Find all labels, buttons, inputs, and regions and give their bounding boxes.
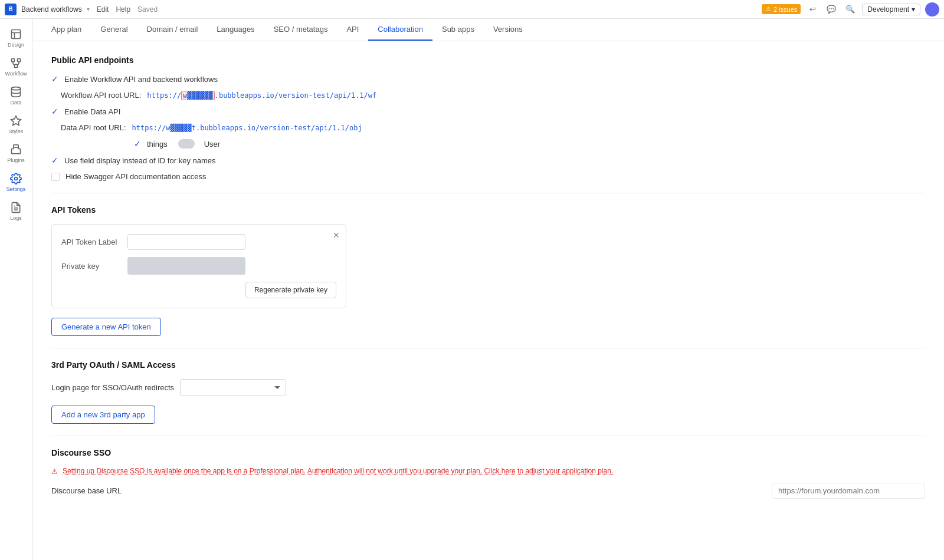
workflow-api-url-row: Workflow API root URL: https://w▓▓▓▓▓▓.b… xyxy=(61,91,925,100)
data-api-url: https://w▓▓▓▓▓t.bubbleapps.io/version-te… xyxy=(132,124,362,132)
enable-workflow-api-row: ✓ Enable Workflow API and backend workfl… xyxy=(51,74,925,84)
tab-general[interactable]: General xyxy=(91,19,137,41)
data-api-check[interactable]: ✓ xyxy=(51,107,58,116)
oauth-title: 3rd Party OAuth / SAML Access xyxy=(51,360,925,370)
topbar-edit[interactable]: Edit xyxy=(97,5,109,14)
app-name-arrow[interactable]: ▾ xyxy=(87,6,90,12)
sidebar-item-data[interactable]: Data xyxy=(0,81,32,110)
topbar-right: ⚠ 2 issues ↩ 💬 🔍 Development ▾ xyxy=(762,2,939,17)
data-api-url-label: Data API root URL: xyxy=(61,123,126,132)
private-key-label: Private key xyxy=(61,262,120,271)
tab-seo-metatags[interactable]: SEO / metatags xyxy=(264,19,337,41)
sidebar-design-label: Design xyxy=(8,42,24,48)
public-api-title: Public API endpoints xyxy=(51,55,925,65)
svg-rect-1 xyxy=(12,59,15,62)
sidebar-styles-label: Styles xyxy=(9,129,24,134)
regenerate-btn[interactable]: Regenerate private key xyxy=(245,282,336,298)
tab-domain-email[interactable]: Domain / email xyxy=(137,19,208,41)
sidebar-settings-label: Settings xyxy=(6,186,26,192)
tab-sub-apps[interactable]: Sub apps xyxy=(432,19,484,41)
workflow-api-url-label: Workflow API root URL: xyxy=(61,91,141,100)
sidebar-data-label: Data xyxy=(10,100,21,106)
issues-badge[interactable]: ⚠ 2 issues xyxy=(762,4,801,14)
sidebar-item-logs[interactable]: Logs xyxy=(0,197,32,226)
env-select[interactable]: Development ▾ xyxy=(862,4,920,15)
content-area: Public API endpoints ✓ Enable Workflow A… xyxy=(32,41,944,560)
svg-rect-2 xyxy=(18,59,21,62)
workflow-api-check[interactable]: ✓ xyxy=(51,74,58,84)
workflow-url-highlighted: w▓▓▓▓▓▓ xyxy=(181,91,215,100)
undo-icon[interactable]: ↩ xyxy=(805,2,820,17)
token-label-input[interactable] xyxy=(127,234,245,250)
discourse-warning-icon: ⚠ xyxy=(51,467,58,476)
login-page-row: Login page for SSO/OAuth redirects xyxy=(51,379,925,396)
divider-2 xyxy=(51,348,925,348)
user-avatar[interactable] xyxy=(925,2,939,17)
sidebar-item-design[interactable]: Design xyxy=(0,24,32,52)
topbar-help[interactable]: Help xyxy=(116,5,130,14)
use-field-display-row: ✓ Use field display instead of ID for ke… xyxy=(51,156,925,165)
data-api-url-row: Data API root URL: https://w▓▓▓▓▓t.bubbl… xyxy=(61,123,925,132)
add-3rd-party-btn[interactable]: Add a new 3rd party app xyxy=(51,406,155,424)
svg-rect-0 xyxy=(12,30,21,39)
divider-1 xyxy=(51,193,925,193)
sidebar-workflow-label: Workflow xyxy=(5,71,27,77)
discourse-url-input[interactable] xyxy=(772,483,925,499)
enable-data-api-label: Enable Data API xyxy=(64,107,120,116)
login-page-select-wrapper xyxy=(180,379,286,396)
user-toggle[interactable] xyxy=(178,139,195,149)
app-name: Backend workflows xyxy=(21,5,82,14)
topbar: B Backend workflows ▾ Edit Help Saved ⚠ … xyxy=(0,0,944,19)
login-page-select[interactable] xyxy=(180,379,286,396)
comment-icon[interactable]: 💬 xyxy=(824,2,838,17)
tabs-bar: App plan General Domain / email Language… xyxy=(32,19,944,41)
use-field-display-label: Use field display instead of ID for key … xyxy=(64,156,216,165)
svg-rect-5 xyxy=(14,145,18,147)
private-key-display xyxy=(127,257,245,275)
svg-point-4 xyxy=(12,87,21,90)
things-user-row: ✓ things User xyxy=(134,139,925,149)
api-tokens-title: API Tokens xyxy=(51,205,925,215)
discourse-warning-box: ⚠ Setting up Discourse SSO is available … xyxy=(51,467,925,476)
tab-languages[interactable]: Languages xyxy=(207,19,264,41)
token-label-row: API Token Label xyxy=(61,234,336,250)
token-label-text: API Token Label xyxy=(61,238,120,246)
hide-swagger-row: Hide Swagger API documentation access xyxy=(51,172,925,181)
divider-3 xyxy=(51,436,925,436)
tab-collaboration[interactable]: Collaboration xyxy=(368,19,432,41)
sidebar: Design Workflow Data Styles Plugins Sett… xyxy=(0,19,32,560)
login-page-label: Login page for SSO/OAuth redirects xyxy=(51,383,174,392)
discourse-url-label: Discourse base URL xyxy=(51,486,122,495)
sidebar-item-plugins[interactable]: Plugins xyxy=(0,139,32,168)
discourse-sso-title: Discourse SSO xyxy=(51,448,925,457)
hide-swagger-checkbox[interactable] xyxy=(51,173,60,181)
enable-workflow-api-label: Enable Workflow API and backend workflow… xyxy=(64,75,218,84)
workflow-api-url: https://w▓▓▓▓▓▓.bubbleapps.io/version-te… xyxy=(147,91,376,100)
generate-new-token-btn[interactable]: Generate a new API token xyxy=(51,318,161,336)
sidebar-item-settings[interactable]: Settings xyxy=(0,168,32,197)
sidebar-item-workflow[interactable]: Workflow xyxy=(0,52,32,81)
regen-row: Regenerate private key xyxy=(61,282,336,298)
sidebar-item-styles[interactable]: Styles xyxy=(0,110,32,139)
tab-app-plan[interactable]: App plan xyxy=(42,19,91,41)
warning-icon: ⚠ xyxy=(765,5,771,13)
tab-versions[interactable]: Versions xyxy=(484,19,532,41)
token-card-close[interactable]: ✕ xyxy=(333,230,340,240)
api-token-card: ✕ API Token Label Private key Regenerate… xyxy=(51,224,346,308)
svg-point-6 xyxy=(15,177,18,180)
issues-count: 2 issues xyxy=(773,6,797,13)
topbar-menu: Edit Help xyxy=(97,5,130,14)
search-icon[interactable]: 🔍 xyxy=(843,2,857,17)
tab-api[interactable]: API xyxy=(337,19,368,41)
topbar-saved: Saved xyxy=(137,5,158,14)
discourse-url-row: Discourse base URL xyxy=(51,483,925,499)
field-display-check[interactable]: ✓ xyxy=(51,156,58,165)
private-key-row: Private key xyxy=(61,257,336,275)
things-label: things xyxy=(147,140,168,149)
main-container: App plan General Domain / email Language… xyxy=(32,19,944,560)
sidebar-plugins-label: Plugins xyxy=(7,157,25,163)
things-check[interactable]: ✓ xyxy=(134,139,141,149)
hide-swagger-label: Hide Swagger API documentation access xyxy=(65,172,206,181)
sidebar-logs-label: Logs xyxy=(10,215,22,221)
enable-data-api-row: ✓ Enable Data API xyxy=(51,107,925,116)
